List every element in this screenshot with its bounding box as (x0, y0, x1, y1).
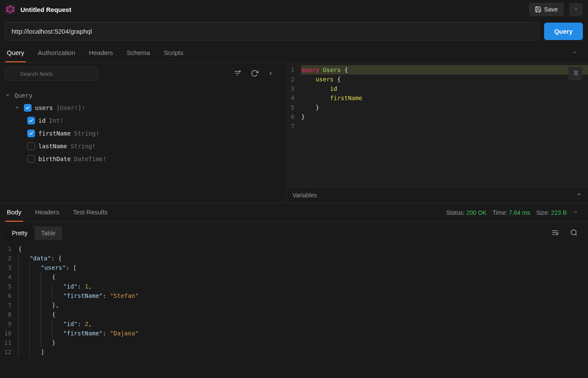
field-type: [User!]! (56, 104, 85, 111)
editor-action-button[interactable] (568, 67, 582, 80)
search-response-button[interactable] (568, 226, 580, 240)
field-checkbox-firstName[interactable] (27, 130, 35, 137)
schema-search-input[interactable] (5, 67, 98, 81)
field-name: firstName (38, 130, 71, 137)
schema-root-label: Query (14, 92, 32, 99)
search-icon (570, 229, 578, 237)
chevron-down-icon (573, 209, 579, 215)
view-pretty[interactable]: Pretty (5, 226, 35, 240)
svg-point-7 (6, 7, 8, 9)
response-expand-button[interactable] (573, 209, 579, 216)
save-dropdown-button[interactable] (569, 3, 583, 16)
filter-button[interactable] (231, 67, 244, 81)
status-value: 200 OK (466, 209, 487, 216)
size-value: 223 B (551, 209, 567, 216)
list-icon (572, 69, 579, 76)
response-body[interactable]: 123456789101112 { "data": { "users": [ {… (0, 244, 588, 357)
chevron-left-icon (268, 70, 274, 76)
svg-point-5 (10, 12, 11, 13)
chevron-down-icon[interactable] (14, 104, 20, 111)
time-label: Time: (492, 209, 507, 216)
send-query-button[interactable]: Query (544, 23, 583, 40)
chevron-up-icon (576, 191, 582, 197)
response-tab-headers[interactable]: Headers (33, 203, 61, 222)
status-label: Status: (446, 209, 465, 216)
save-icon (535, 6, 542, 13)
field-name: lastName (38, 143, 67, 150)
response-tab-test-results[interactable]: Test Results (71, 203, 110, 222)
filter-icon (234, 69, 241, 77)
wrap-icon (551, 229, 559, 237)
url-input[interactable] (5, 22, 539, 40)
field-checkbox-id[interactable] (27, 117, 35, 124)
refresh-schema-button[interactable] (248, 67, 261, 81)
response-tabs: BodyHeadersTest Results Status: 200 OK T… (0, 203, 588, 222)
svg-point-21 (571, 230, 576, 235)
svg-point-3 (13, 7, 14, 9)
variables-label[interactable]: Variables (293, 192, 317, 199)
chevron-up-icon (572, 49, 578, 55)
svg-point-6 (6, 10, 8, 12)
wrap-lines-button[interactable] (549, 226, 562, 240)
field-checkbox-users[interactable] (24, 104, 32, 112)
refresh-icon (251, 69, 258, 77)
tab-headers[interactable]: Headers (87, 44, 115, 62)
graphql-icon (5, 4, 15, 14)
collapse-variables-button[interactable] (576, 191, 582, 199)
tab-query[interactable]: Query (5, 44, 26, 62)
tab-scripts[interactable]: Scripts (162, 44, 185, 62)
svg-line-22 (575, 234, 576, 235)
time-value: 7.64 ms (509, 209, 530, 216)
field-checkbox-birthDate[interactable] (27, 155, 35, 163)
field-name: id (38, 117, 46, 124)
field-type: DateTime! (74, 156, 107, 162)
field-type: String! (70, 143, 96, 150)
field-type: Int! (49, 117, 64, 124)
svg-point-4 (13, 10, 14, 12)
query-editor[interactable]: 1234567 query Users { users { id firstNa… (287, 63, 588, 187)
size-label: Size: (536, 209, 549, 216)
save-button[interactable]: Save (529, 3, 564, 16)
svg-point-2 (10, 6, 11, 6)
chevron-down-icon[interactable] (5, 92, 11, 99)
field-type: String! (74, 130, 99, 137)
chevron-down-icon (574, 6, 579, 12)
field-name: birthDate (38, 156, 71, 162)
response-tab-body[interactable]: Body (5, 203, 23, 222)
request-tabs: QueryAuthorizationHeadersSchemaScripts (0, 44, 588, 63)
field-name: users (35, 104, 53, 111)
tab-authorization[interactable]: Authorization (36, 44, 77, 62)
view-table[interactable]: Table (35, 226, 62, 240)
field-checkbox-lastName[interactable] (27, 142, 35, 150)
collapse-schema-button[interactable] (265, 68, 276, 80)
tab-schema[interactable]: Schema (125, 44, 152, 62)
request-title: Untitled Request (20, 6, 71, 13)
collapse-tabs-button[interactable] (567, 44, 583, 62)
